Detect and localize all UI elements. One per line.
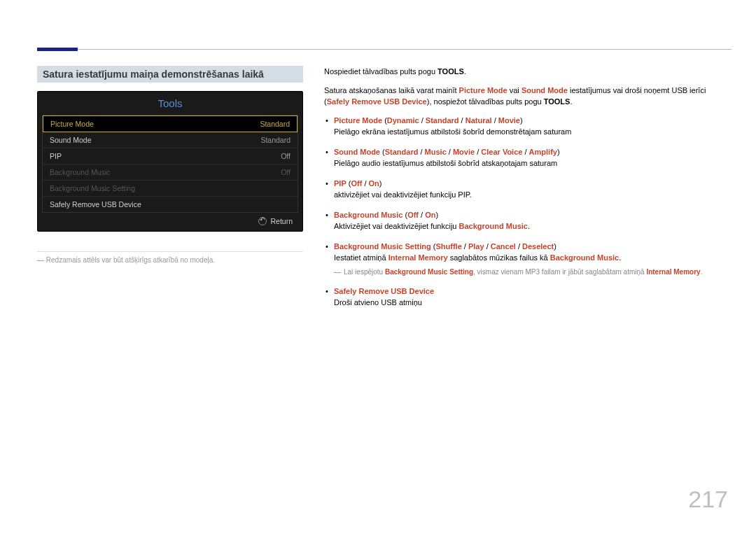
t: Natural <box>465 116 492 125</box>
t: vai <box>507 86 522 94</box>
row-label: Background Music Setting <box>50 184 135 192</box>
tools-list: Picture Mode Standard Sound Mode Standar… <box>42 115 298 213</box>
top-accent <box>37 48 78 51</box>
t: Iestatiet atmiņā <box>334 253 388 262</box>
t: Background Music <box>459 222 528 230</box>
left-column: Satura iestatījumu maiņa demonstrēšanas … <box>37 66 303 317</box>
row-value: Off <box>281 152 290 160</box>
tools-title: Tools <box>38 92 302 115</box>
tools-row-picture-mode[interactable]: Picture Mode Standard <box>43 115 298 132</box>
t: On <box>425 211 435 219</box>
note: Lai iespējotu Background Music Setting, … <box>334 267 732 277</box>
item-pip: PIP (Off / On) aktivizējiet vai deaktivi… <box>324 178 732 201</box>
t: Off <box>407 211 419 219</box>
t: Picture Mode <box>459 86 507 94</box>
t: Cancel <box>491 242 516 251</box>
t: Pielāgo audio iestatījumus atbilstoši šo… <box>334 159 557 167</box>
settings-list: Picture Mode (Dynamic / Standard / Natur… <box>324 115 732 309</box>
t: Amplify <box>529 148 557 156</box>
t: Movie <box>498 116 520 125</box>
t: Picture Mode <box>334 116 382 125</box>
t: Standard <box>426 116 459 125</box>
t: Deselect <box>522 242 554 251</box>
return-row[interactable]: Return <box>38 213 302 227</box>
t: ), nospiežot tālvadības pults pogu <box>427 97 544 106</box>
page-number: 217 <box>688 486 728 513</box>
item-sound-mode: Sound Mode (Standard / Music / Movie / C… <box>324 146 732 169</box>
t: Off <box>351 179 362 188</box>
row-label: PIP <box>50 152 62 160</box>
t: Music <box>425 148 447 156</box>
t: Standard <box>385 148 419 156</box>
t: Aktivizējiet vai deaktivizējiet funkciju <box>334 222 459 230</box>
tools-row-pip[interactable]: PIP Off <box>43 148 298 164</box>
t: Satura atskaņošanas laikā varat mainīt <box>324 86 459 94</box>
t: Clear Voice <box>481 148 522 156</box>
t: Internal Memory <box>646 268 700 276</box>
section-title: Satura iestatījumu maiņa demonstrēšanas … <box>37 66 303 83</box>
t: saglabātos mūzikas failus kā <box>448 253 550 262</box>
intro-line-1: Nospiediet tālvadības pults pogu TOOLS. <box>324 66 732 78</box>
content: Satura iestatījumu maiņa demonstrēšanas … <box>37 66 732 317</box>
tools-panel: Tools Picture Mode Standard Sound Mode S… <box>37 91 303 232</box>
t: Background Music Setting <box>334 242 431 251</box>
item-picture-mode: Picture Mode (Dynamic / Standard / Natur… <box>324 115 732 138</box>
row-label: Safely Remove USB Device <box>50 200 141 209</box>
t: . <box>464 67 466 76</box>
item-bg-music: Background Music (Off / On) Aktivizējiet… <box>324 209 732 232</box>
tools-row-safely-remove[interactable]: Safely Remove USB Device <box>43 197 298 212</box>
row-label: Sound Mode <box>50 136 92 144</box>
intro-line-2: Satura atskaņošanas laikā varat mainīt P… <box>324 85 732 108</box>
row-value: Off <box>281 168 290 176</box>
t: Internal Memory <box>388 253 448 262</box>
t: . <box>701 268 703 276</box>
right-column: Nospiediet tālvadības pults pogu TOOLS. … <box>324 66 732 317</box>
t: Background Music <box>550 253 619 262</box>
t: Pielāgo ekrāna iestatījumus atbilstoši š… <box>334 127 571 136</box>
t: TOOLS <box>544 97 570 106</box>
image-caption: Redzamais attēls var būt atšķirīgs atkar… <box>37 251 303 264</box>
item-bg-music-setting: Background Music Setting (Shuffle / Play… <box>324 241 732 277</box>
t: Safely Remove USB Device <box>334 287 434 295</box>
return-label: Return <box>270 217 293 225</box>
top-rule <box>37 49 732 50</box>
t: Background Music Setting <box>385 268 473 276</box>
t: Lai iespējotu <box>344 268 385 276</box>
row-label: Background Music <box>50 168 110 176</box>
t: On <box>369 179 379 188</box>
t: PIP <box>334 179 346 188</box>
t: Background Music <box>334 211 402 219</box>
t: Sound Mode <box>334 148 380 156</box>
tools-row-bg-music-setting: Background Music Setting <box>43 181 298 197</box>
t: Dynamic <box>387 116 419 125</box>
t: Nospiediet tālvadības pults pogu <box>324 67 438 76</box>
item-safely-remove: Safely Remove USB Device Droši atvieno U… <box>324 286 732 309</box>
t: , vismaz vienam MP3 failam ir jābūt sagl… <box>473 268 646 276</box>
t: Movie <box>453 148 475 156</box>
t: Droši atvieno USB atmiņu <box>334 298 422 307</box>
tools-row-sound-mode[interactable]: Sound Mode Standard <box>43 132 298 148</box>
t: aktivizējiet vai deaktivizējiet funkciju… <box>334 190 472 199</box>
return-icon <box>258 217 267 225</box>
t: . <box>528 222 530 230</box>
row-value: Standard <box>260 120 290 128</box>
t: Shuffle <box>435 242 461 251</box>
t: . <box>570 97 572 106</box>
t: Safely Remove USB Device <box>327 97 427 106</box>
t: Play <box>468 242 484 251</box>
t: TOOLS <box>438 67 464 76</box>
row-value: Standard <box>260 136 290 144</box>
row-label: Picture Mode <box>50 120 94 128</box>
tools-row-bg-music: Background Music Off <box>43 164 298 181</box>
t: . <box>619 253 621 262</box>
t: Sound Mode <box>522 86 568 94</box>
